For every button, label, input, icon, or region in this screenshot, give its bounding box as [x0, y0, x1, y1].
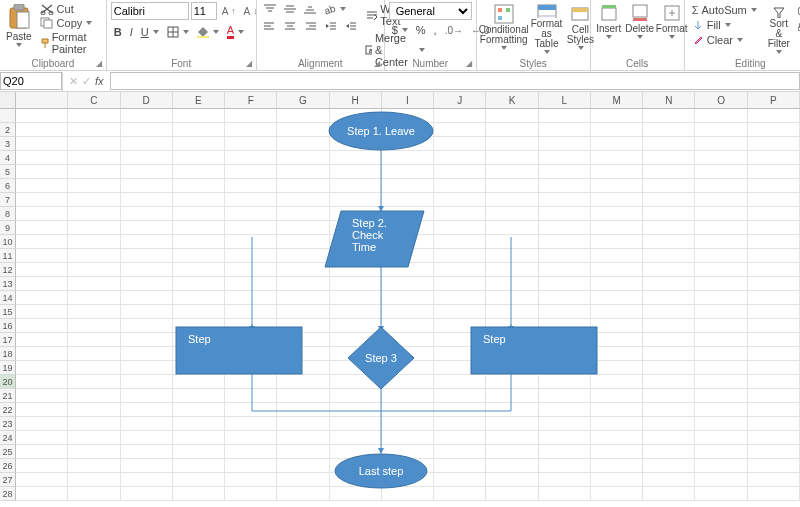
cell[interactable] [277, 361, 329, 375]
align-bottom-button[interactable] [301, 2, 319, 16]
cell[interactable] [382, 403, 434, 417]
cell[interactable] [434, 403, 486, 417]
cell[interactable] [173, 109, 225, 123]
cell[interactable] [225, 291, 277, 305]
cell[interactable] [277, 249, 329, 263]
cell[interactable] [277, 347, 329, 361]
cell[interactable] [695, 333, 747, 347]
cell[interactable] [486, 431, 538, 445]
percent-button[interactable]: % [413, 23, 429, 37]
cell[interactable] [434, 305, 486, 319]
cell[interactable] [748, 417, 800, 431]
cell[interactable] [121, 417, 173, 431]
cell[interactable] [382, 445, 434, 459]
cell[interactable] [591, 389, 643, 403]
cell[interactable] [695, 473, 747, 487]
cell[interactable] [591, 109, 643, 123]
cell[interactable] [68, 165, 120, 179]
cell[interactable] [434, 193, 486, 207]
cell[interactable] [173, 193, 225, 207]
cell[interactable] [591, 305, 643, 319]
cell[interactable] [539, 235, 591, 249]
cell[interactable] [591, 179, 643, 193]
cell[interactable] [121, 263, 173, 277]
cell[interactable] [748, 151, 800, 165]
cell[interactable] [748, 431, 800, 445]
cell[interactable] [748, 249, 800, 263]
cell[interactable] [486, 179, 538, 193]
cell[interactable] [643, 445, 695, 459]
align-middle-button[interactable] [281, 2, 299, 16]
select-all-corner[interactable] [0, 92, 16, 109]
cell[interactable] [16, 207, 68, 221]
cell[interactable] [539, 179, 591, 193]
cell[interactable] [277, 235, 329, 249]
cell[interactable] [121, 207, 173, 221]
cell[interactable] [330, 347, 382, 361]
cell[interactable] [539, 361, 591, 375]
cell[interactable] [330, 165, 382, 179]
cell[interactable] [434, 235, 486, 249]
cell[interactable] [225, 333, 277, 347]
row-header[interactable]: 11 [0, 249, 16, 263]
cell[interactable] [695, 291, 747, 305]
cell[interactable] [225, 431, 277, 445]
font-size-input[interactable] [191, 2, 217, 20]
cell[interactable] [539, 403, 591, 417]
row-header[interactable]: 23 [0, 417, 16, 431]
cell[interactable] [330, 319, 382, 333]
cell[interactable] [695, 193, 747, 207]
row-header[interactable]: 14 [0, 291, 16, 305]
cell[interactable] [748, 333, 800, 347]
cell[interactable] [591, 123, 643, 137]
cell[interactable] [277, 459, 329, 473]
cell[interactable] [173, 151, 225, 165]
cell[interactable] [695, 263, 747, 277]
column-header[interactable]: D [121, 92, 173, 109]
cell[interactable] [277, 123, 329, 137]
cell[interactable] [643, 193, 695, 207]
cell[interactable] [330, 263, 382, 277]
cell[interactable] [434, 431, 486, 445]
cell[interactable] [225, 179, 277, 193]
cell[interactable] [748, 165, 800, 179]
cell[interactable] [173, 473, 225, 487]
cell[interactable] [643, 221, 695, 235]
format-button[interactable]: Format [657, 2, 687, 56]
row-header[interactable]: 28 [0, 487, 16, 501]
cell[interactable] [225, 207, 277, 221]
enter-formula-icon[interactable]: ✓ [82, 75, 91, 88]
row-header[interactable]: 19 [0, 361, 16, 375]
cell[interactable] [643, 207, 695, 221]
cell[interactable] [68, 277, 120, 291]
cell[interactable] [277, 375, 329, 389]
cell[interactable] [68, 193, 120, 207]
cell[interactable] [173, 333, 225, 347]
cell[interactable] [68, 417, 120, 431]
cell[interactable] [330, 375, 382, 389]
cell[interactable] [539, 487, 591, 501]
cell[interactable] [68, 389, 120, 403]
cell[interactable] [277, 193, 329, 207]
cell[interactable] [382, 249, 434, 263]
cell[interactable] [748, 347, 800, 361]
cell[interactable] [695, 235, 747, 249]
cell[interactable] [434, 179, 486, 193]
cell[interactable] [68, 123, 120, 137]
cell[interactable] [330, 459, 382, 473]
italic-button[interactable]: I [127, 25, 136, 39]
cell[interactable] [695, 277, 747, 291]
cancel-formula-icon[interactable]: ✕ [69, 75, 78, 88]
cell[interactable] [382, 235, 434, 249]
row-header[interactable]: 9 [0, 221, 16, 235]
cell[interactable] [591, 207, 643, 221]
cell[interactable] [68, 249, 120, 263]
column-header[interactable]: I [382, 92, 434, 109]
cell[interactable] [486, 389, 538, 403]
cell[interactable] [539, 347, 591, 361]
cell[interactable] [748, 305, 800, 319]
cell[interactable] [173, 137, 225, 151]
cell[interactable] [591, 193, 643, 207]
cell[interactable] [16, 473, 68, 487]
dialog-launcher-icon[interactable]: ◢ [94, 58, 104, 68]
